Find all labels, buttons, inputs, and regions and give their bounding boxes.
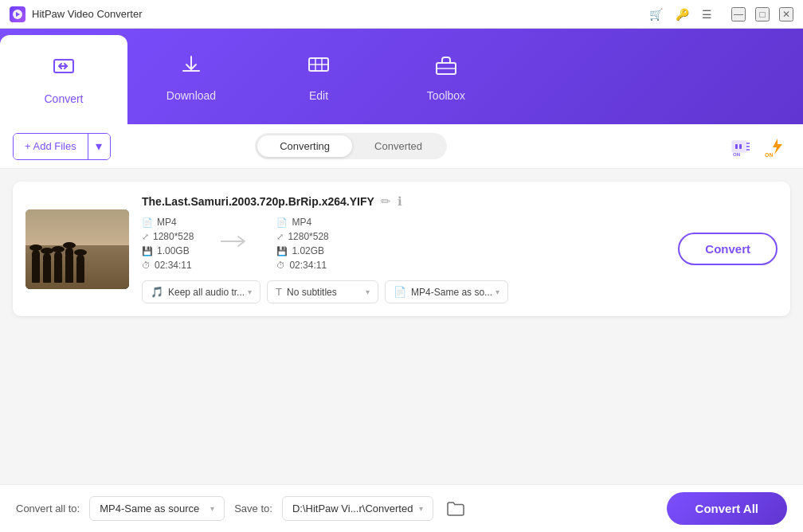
output-resolution-value: 1280*528 <box>288 231 328 242</box>
source-format-value: MP4 <box>157 217 177 228</box>
duration-icon: ⏱ <box>142 260 151 270</box>
save-path-chevron: ▾ <box>419 504 423 513</box>
convert-button[interactable]: Convert <box>678 233 778 265</box>
file-name-row: The.Last.Samuri.2003.720p.BrRip.x264.YIF… <box>142 194 665 209</box>
source-format: 📄 MP4 <box>142 217 194 228</box>
nav-edit[interactable]: Edit <box>255 29 382 124</box>
nav-toolbox[interactable]: Toolbox <box>382 29 510 124</box>
svg-rect-9 <box>735 144 738 149</box>
svg-text:ON: ON <box>765 152 774 158</box>
convert-all-format-value: MP4-Same as source <box>100 503 199 514</box>
add-files-dropdown-button[interactable]: ▾ <box>88 134 110 159</box>
edit-filename-icon[interactable]: ✏ <box>381 194 391 209</box>
save-path-value: D:\HitPaw Vi...r\Converted <box>292 503 413 514</box>
source-size: 💾 1.00GB <box>142 245 194 256</box>
output-resolution-icon: ⤢ <box>276 232 284 242</box>
source-meta: 📄 MP4 ⤢ 1280*528 💾 1.00GB ⏱ 02:34:11 <box>142 217 194 271</box>
file-controls: 🎵 Keep all audio tr... ▾ T No subtitles … <box>142 280 665 303</box>
nav-toolbox-label: Toolbox <box>427 89 465 102</box>
subtitle-icon: T <box>276 286 282 298</box>
add-files-button[interactable]: + Add Files ▾ <box>13 133 111 160</box>
nav-convert[interactable]: Convert <box>0 35 127 124</box>
cart-icon[interactable]: 🛒 <box>649 8 663 21</box>
gpu-accelerate-button[interactable]: ON <box>727 132 755 161</box>
subtitle-select[interactable]: T No subtitles ▾ <box>267 280 378 303</box>
subtitle-chevron-icon: ▾ <box>366 288 370 296</box>
output-size-value: 1.02GB <box>292 245 324 256</box>
app-title: HitPaw Video Converter <box>32 8 143 20</box>
source-resolution-value: 1280*528 <box>153 231 194 242</box>
download-nav-icon <box>178 52 204 83</box>
source-duration-value: 02:34:11 <box>155 260 192 271</box>
nav-bar: Convert Download Edit <box>0 29 803 124</box>
app-logo <box>10 6 25 22</box>
source-duration: ⏱ 02:34:11 <box>142 260 194 271</box>
convert-all-button[interactable]: Convert All <box>667 492 787 525</box>
output-duration-value: 02:34:11 <box>289 260 327 271</box>
nav-convert-label: Convert <box>44 92 83 105</box>
tab-converted[interactable]: Converted <box>352 135 445 157</box>
output-format-value: MP4 <box>292 217 311 228</box>
close-button[interactable]: ✕ <box>779 7 793 22</box>
edit-nav-icon <box>306 52 331 83</box>
browse-folder-button[interactable] <box>443 496 468 522</box>
titlebar-left: HitPaw Video Converter <box>10 6 143 22</box>
output-duration-icon: ⏱ <box>276 260 285 270</box>
audio-track-select[interactable]: 🎵 Keep all audio tr... ▾ <box>142 280 260 303</box>
output-size: 💾 1.02GB <box>276 245 328 256</box>
save-path-display[interactable]: D:\HitPaw Vi...r\Converted ▾ <box>282 496 433 521</box>
key-icon[interactable]: 🔑 <box>676 8 689 21</box>
dropdown-arrow-icon: ▾ <box>96 139 102 154</box>
convert-all-to-label: Convert all to: <box>16 503 80 514</box>
audio-track-value: Keep all audio tr... <box>168 287 245 298</box>
format-file-icon: 📄 <box>394 286 406 298</box>
titlebar-controls: 🛒 🔑 ☰ — □ ✕ <box>649 7 793 22</box>
toolbar-right: ON ON <box>727 132 790 161</box>
output-file-icon: 📄 <box>276 217 288 228</box>
file-thumbnail <box>25 209 129 289</box>
file-doc-icon: 📄 <box>142 217 153 228</box>
titlebar: HitPaw Video Converter 🛒 🔑 ☰ — □ ✕ <box>0 0 803 29</box>
nav-download[interactable]: Download <box>127 29 255 124</box>
bottom-bar: Convert all to: MP4-Same as source ▾ Sav… <box>0 484 803 532</box>
maximize-button[interactable]: □ <box>755 7 770 22</box>
tab-converting[interactable]: Converting <box>257 135 352 157</box>
source-size-value: 1.00GB <box>157 245 190 256</box>
nav-download-label: Download <box>166 89 216 102</box>
minimize-button[interactable]: — <box>731 7 746 22</box>
add-files-label: + Add Files <box>25 140 76 152</box>
audio-icon: 🎵 <box>151 286 163 298</box>
arrow-separator <box>213 233 257 254</box>
file-info-icon[interactable]: ℹ <box>398 194 402 209</box>
speed-boost-button[interactable]: ON <box>762 132 790 161</box>
toolbar: + Add Files ▾ Converting Converted ON ON <box>0 124 803 169</box>
file-meta: 📄 MP4 ⤢ 1280*528 💾 1.00GB ⏱ 02:34:11 <box>142 217 665 271</box>
svg-rect-10 <box>739 144 742 149</box>
add-files-main-button[interactable]: + Add Files <box>14 134 88 159</box>
file-info: The.Last.Samuri.2003.720p.BrRip.x264.YIF… <box>142 194 665 303</box>
nav-edit-label: Edit <box>309 89 328 102</box>
output-duration: ⏱ 02:34:11 <box>276 260 328 271</box>
window-controls: — □ ✕ <box>731 7 793 22</box>
convert-all-format-select[interactable]: MP4-Same as source ▾ <box>89 496 225 521</box>
output-format: 📄 MP4 <box>276 217 328 228</box>
toolbox-nav-icon <box>433 52 459 83</box>
audio-chevron-icon: ▾ <box>248 288 252 296</box>
file-name: The.Last.Samuri.2003.720p.BrRip.x264.YIF… <box>142 195 374 208</box>
output-format-select-value: MP4-Same as so... <box>411 287 492 298</box>
subtitle-value: No subtitles <box>287 287 337 298</box>
output-resolution: ⤢ 1280*528 <box>276 231 328 242</box>
output-size-icon: 💾 <box>276 246 288 256</box>
convert-nav-icon <box>51 55 76 86</box>
svg-text:ON: ON <box>733 152 740 157</box>
save-to-label: Save to: <box>234 503 272 514</box>
convert-tab-switch: Converting Converted <box>255 133 447 159</box>
source-resolution: ⤢ 1280*528 <box>142 231 194 242</box>
menu-icon[interactable]: ☰ <box>702 8 712 21</box>
file-card: The.Last.Samuri.2003.720p.BrRip.x264.YIF… <box>13 182 790 316</box>
size-icon: 💾 <box>142 246 153 256</box>
output-format-select[interactable]: 📄 MP4-Same as so... ▾ <box>385 280 508 303</box>
format-select-chevron: ▾ <box>210 504 214 513</box>
main-content: The.Last.Samuri.2003.720p.BrRip.x264.YIF… <box>0 169 803 484</box>
resolution-icon: ⤢ <box>142 232 149 242</box>
